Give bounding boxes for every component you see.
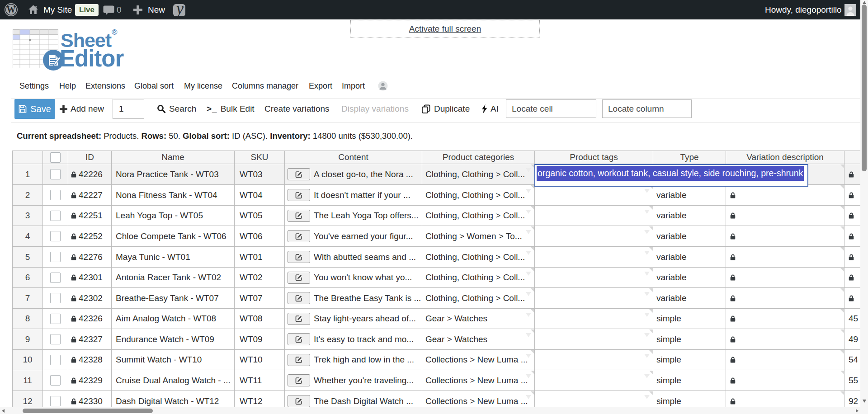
svg-text:y: y <box>175 2 184 17</box>
